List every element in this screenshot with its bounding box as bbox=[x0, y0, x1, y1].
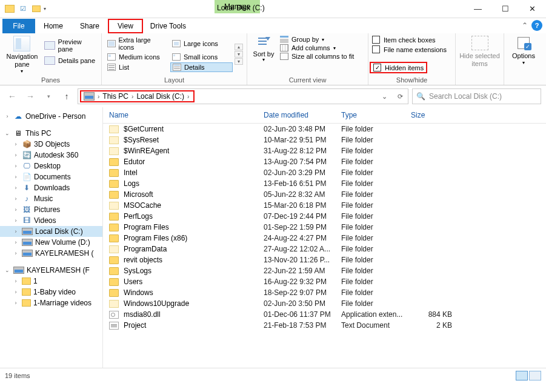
tree-item[interactable]: ›🔄Autodesk 360 bbox=[0, 150, 102, 161]
layout-scroll-down[interactable]: ▾ bbox=[235, 51, 243, 58]
expand-icon[interactable]: › bbox=[12, 174, 19, 180]
file-row[interactable]: Intel02-Jun-20 3:29 PMFile folder bbox=[103, 167, 546, 178]
minimize-button[interactable]: — bbox=[464, 0, 491, 17]
breadcrumb-location[interactable]: Local Disk (C:) bbox=[136, 92, 184, 101]
column-date[interactable]: Date modified bbox=[264, 111, 341, 119]
expand-icon[interactable]: › bbox=[12, 185, 19, 191]
tree-item[interactable]: ›New Volume (D:) bbox=[0, 237, 102, 248]
file-row[interactable]: PerfLogs07-Dec-19 2:44 PMFile folder bbox=[103, 211, 546, 222]
expand-icon[interactable]: › bbox=[12, 218, 19, 224]
tab-home[interactable]: Home bbox=[35, 19, 72, 33]
new-folder-icon[interactable] bbox=[30, 3, 42, 15]
tree-item[interactable]: ›🎞Videos bbox=[0, 215, 102, 226]
layout-small-icons[interactable]: Small icons bbox=[170, 53, 233, 61]
tab-view[interactable]: View bbox=[108, 19, 143, 33]
file-row[interactable]: Edutor13-Aug-20 7:54 PMFile folder bbox=[103, 156, 546, 167]
expand-icon[interactable]: › bbox=[12, 163, 19, 169]
collapse-ribbon-icon[interactable]: ⌃ bbox=[522, 21, 528, 30]
file-row[interactable]: Program Files (x86)24-Aug-22 4:27 PMFile… bbox=[103, 233, 546, 244]
tree-item[interactable]: ›📄Documents bbox=[0, 171, 102, 182]
column-type[interactable]: Type bbox=[341, 111, 411, 119]
item-check-boxes-toggle[interactable]: Item check boxes bbox=[372, 36, 451, 44]
column-size[interactable]: Size bbox=[411, 111, 459, 119]
details-pane-button[interactable]: Details pane bbox=[44, 56, 98, 65]
file-row[interactable]: $GetCurrent02-Jun-20 3:48 PMFile folder bbox=[103, 124, 546, 135]
tree-onedrive[interactable]: ›☁OneDrive - Person bbox=[0, 111, 102, 122]
tree-item[interactable]: ›🖼Pictures bbox=[0, 204, 102, 215]
help-icon[interactable]: ? bbox=[531, 20, 542, 31]
recent-locations-button[interactable]: ▾ bbox=[41, 89, 56, 104]
file-row[interactable]: Project21-Feb-18 7:53 PMText Document2 K… bbox=[103, 320, 546, 331]
options-button[interactable]: Options ▾ bbox=[508, 36, 539, 66]
breadcrumb-this-pc[interactable]: This PC bbox=[102, 92, 128, 101]
expand-icon[interactable]: › bbox=[12, 239, 19, 245]
expand-icon[interactable]: › bbox=[12, 228, 19, 234]
tree-item[interactable]: ›KAYELRAMESH ( bbox=[0, 248, 102, 259]
tree-item[interactable]: ›1 bbox=[0, 276, 102, 287]
layout-scroll-up[interactable]: ▴ bbox=[235, 44, 243, 50]
expand-icon[interactable]: › bbox=[12, 289, 19, 295]
file-row[interactable]: Program Files01-Sep-22 1:59 PMFile folde… bbox=[103, 222, 546, 233]
size-all-columns-button[interactable]: Size all columns to fit bbox=[280, 53, 354, 60]
expand-icon[interactable]: › bbox=[12, 207, 19, 213]
refresh-button[interactable]: ⟳ bbox=[392, 89, 408, 104]
file-row[interactable]: MSOCache15-Mar-20 6:18 PMFile folder bbox=[103, 200, 546, 211]
hidden-items-toggle[interactable]: ✓Hidden items bbox=[373, 64, 424, 71]
qat-dropdown-icon[interactable]: ▾ bbox=[44, 6, 51, 12]
file-row[interactable]: Windows10Upgrade02-Jun-20 3:50 PMFile fo… bbox=[103, 298, 546, 309]
expand-icon[interactable]: › bbox=[12, 152, 19, 158]
sort-by-button[interactable]: Sort by▾ bbox=[251, 36, 276, 63]
layout-medium-icons[interactable]: Medium icons bbox=[105, 53, 168, 61]
forward-button[interactable]: → bbox=[23, 89, 38, 104]
tree-item[interactable]: ›⬇Downloads bbox=[0, 182, 102, 193]
chevron-right-icon[interactable]: › bbox=[96, 93, 101, 100]
layout-extra-large-icons[interactable]: Extra large icons bbox=[105, 36, 168, 51]
file-row[interactable]: Logs13-Feb-16 6:51 PMFile folder bbox=[103, 178, 546, 189]
layout-list[interactable]: List bbox=[105, 62, 168, 72]
file-row[interactable]: ProgramData27-Aug-22 12:02 A...File fold… bbox=[103, 244, 546, 254]
collapse-icon[interactable]: ⌄ bbox=[4, 267, 11, 273]
tab-drive-tools[interactable]: Drive Tools bbox=[143, 19, 193, 33]
address-bar[interactable]: › This PC › Local Disk (C:) › ⌄ ⟳ bbox=[78, 88, 408, 104]
tree-this-pc[interactable]: ⌄🖥This PC bbox=[0, 128, 102, 139]
address-dropdown-button[interactable]: ⌄ bbox=[376, 89, 392, 104]
file-row[interactable]: revit objects13-Nov-20 11:26 P...File fo… bbox=[103, 254, 546, 265]
details-view-toggle[interactable] bbox=[516, 371, 528, 380]
expand-icon[interactable]: › bbox=[12, 278, 19, 284]
collapse-icon[interactable]: ⌄ bbox=[4, 130, 11, 136]
expand-icon[interactable]: › bbox=[12, 141, 19, 147]
preview-pane-button[interactable]: Preview pane bbox=[44, 38, 98, 53]
add-columns-button[interactable]: Add columns ▾ bbox=[280, 44, 354, 51]
tree-item[interactable]: ›Local Disk (C:) bbox=[0, 226, 102, 237]
chevron-right-icon[interactable]: › bbox=[185, 93, 191, 100]
tree-item[interactable]: ›♪Music bbox=[0, 193, 102, 204]
search-input[interactable]: 🔍 Search Local Disk (C:) bbox=[412, 88, 541, 104]
back-button[interactable]: ← bbox=[5, 89, 19, 104]
maximize-button[interactable]: ☐ bbox=[491, 0, 519, 17]
layout-details[interactable]: Details bbox=[170, 62, 233, 72]
tree-item[interactable]: ›1-Baby video bbox=[0, 287, 102, 297]
navigation-pane-button[interactable]: Navigation pane▾ bbox=[4, 36, 41, 75]
chevron-right-icon[interactable]: › bbox=[130, 93, 135, 100]
thumbnails-view-toggle[interactable] bbox=[529, 371, 541, 380]
file-row[interactable]: $SysReset10-Mar-22 9:51 PMFile folder bbox=[103, 135, 546, 145]
tab-share[interactable]: Share bbox=[72, 19, 108, 33]
file-row[interactable]: SysLogs22-Jun-22 1:59 AMFile folder bbox=[103, 265, 546, 276]
expand-icon[interactable]: › bbox=[12, 250, 19, 256]
hide-selected-items-button[interactable]: Hide selected items bbox=[459, 36, 500, 68]
properties-icon[interactable]: ☑ bbox=[17, 3, 29, 15]
expand-icon[interactable]: › bbox=[12, 300, 19, 306]
tree-item[interactable]: ›1-Marriage videos bbox=[0, 297, 102, 308]
expand-icon[interactable]: › bbox=[12, 196, 19, 202]
layout-large-icons[interactable]: Large icons bbox=[170, 36, 233, 51]
column-name[interactable]: Name bbox=[109, 111, 264, 119]
tab-file[interactable]: File bbox=[2, 19, 35, 33]
file-row[interactable]: Windows18-Sep-22 9:07 PMFile folder bbox=[103, 287, 546, 298]
expand-icon[interactable]: › bbox=[4, 113, 11, 119]
tree-drive-f[interactable]: ⌄KAYELRAMESH (F bbox=[0, 265, 102, 276]
tree-item[interactable]: ›🖵Desktop bbox=[0, 161, 102, 171]
file-name-extensions-toggle[interactable]: File name extensions bbox=[372, 45, 451, 53]
tree-item[interactable]: ›📦3D Objects bbox=[0, 139, 102, 150]
file-row[interactable]: $WinREAgent31-Aug-22 8:12 PMFile folder bbox=[103, 145, 546, 156]
file-row[interactable]: Microsoft05-Jun-22 8:32 AMFile folder bbox=[103, 189, 546, 200]
